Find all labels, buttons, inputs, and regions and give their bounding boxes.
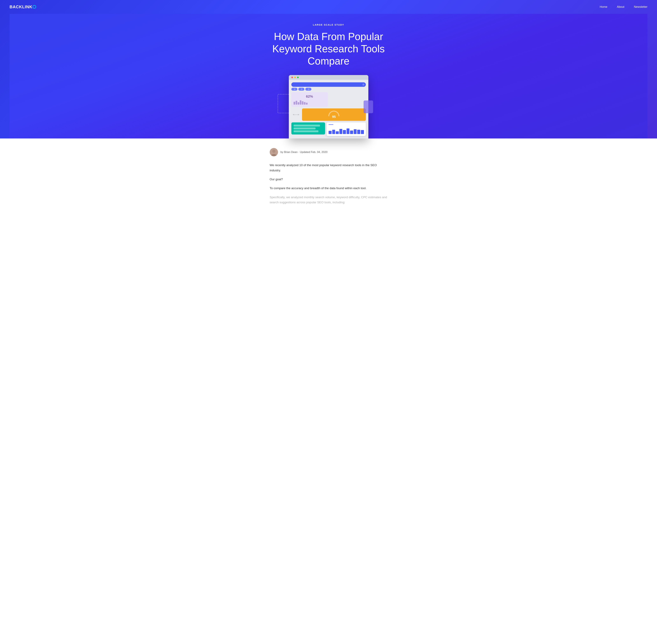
- browser-content: × × ×: [289, 80, 368, 138]
- pill-x-3: ×: [308, 88, 309, 90]
- side-purple-decoration: [364, 100, 373, 113]
- pct-label: 62%: [293, 94, 326, 98]
- pill-x-1: ×: [294, 88, 295, 90]
- bottom-cards-row: [291, 122, 366, 136]
- author-byline: by Brian Dean · Updated Feb. 04, 2020: [281, 151, 328, 154]
- body-para-1: We recently analyzed 10 of the most popu…: [270, 163, 388, 173]
- chart-line: [329, 124, 333, 125]
- hero-title: How Data From Popular Keyword Research T…: [265, 30, 392, 67]
- tag-pill-3: ×: [305, 88, 311, 91]
- content-section: by Brian Dean · Updated Feb. 04, 2020 We…: [257, 138, 400, 218]
- mini-bar-6: [304, 102, 306, 105]
- mini-bars: [293, 100, 326, 105]
- mini-bar-4: [300, 100, 301, 105]
- teal-bar-1: [293, 124, 320, 127]
- site-logo[interactable]: BACKLINK: [9, 4, 36, 9]
- card-teal: [291, 122, 325, 135]
- nav-links: Home About Newsletter: [600, 5, 648, 8]
- search-x-1: ×: [362, 84, 365, 86]
- teal-bar-2: [293, 128, 315, 130]
- main-content: by Brian Dean · Updated Feb. 04, 2020 We…: [0, 138, 657, 218]
- hero-illustration: × × ×: [289, 75, 368, 138]
- hero-tag: LARGE SCALE STUDY: [19, 23, 638, 26]
- svg-point-1: [272, 150, 276, 153]
- chart-bar-3: [336, 131, 339, 134]
- chart-bar-1: [329, 131, 332, 134]
- mini-bar-2: [295, 101, 297, 105]
- teal-bar-3: [293, 130, 319, 132]
- card-purple: 62%: [291, 92, 328, 107]
- dot-green: [297, 77, 299, 78]
- card-yellow: 95: [302, 109, 366, 121]
- nav-home-link[interactable]: Home: [600, 5, 607, 8]
- dot-red: [291, 77, 293, 78]
- chart-bar-4: [340, 129, 343, 134]
- gauge-number: 95: [328, 115, 340, 119]
- chart-bars: [329, 126, 364, 134]
- body-para-3: To compare the accuracy and breadth of t…: [270, 186, 388, 191]
- main-nav: BACKLINK Home About Newsletter: [9, 0, 648, 14]
- chart-bar-10: [361, 130, 364, 134]
- search-bar-1: ×: [291, 82, 366, 87]
- logo-o-circle: [32, 5, 36, 8]
- chart-bar-8: [354, 129, 357, 134]
- mini-bar-1: [293, 102, 295, 105]
- hero-section: LARGE SCALE STUDY How Data From Popular …: [9, 14, 648, 138]
- pill-x-2: ×: [301, 88, 303, 90]
- mini-bar-7: [306, 103, 308, 105]
- dashed-box: [278, 94, 290, 113]
- mini-bar-5: [302, 101, 303, 105]
- nav-about-link[interactable]: About: [617, 5, 625, 8]
- tags-row: × × ×: [291, 88, 366, 91]
- chart-bar-7: [350, 131, 353, 134]
- browser-window: × × ×: [289, 75, 368, 138]
- nav-newsletter-link[interactable]: Newsletter: [634, 5, 648, 8]
- tag-pill-1: ×: [291, 88, 298, 91]
- tag-pill-2: ×: [298, 88, 304, 91]
- arrow-connector: <- - - - - ->: [291, 113, 301, 116]
- chart-bar-9: [357, 130, 360, 134]
- chart-bar-2: [332, 130, 335, 134]
- mini-bar-3: [298, 102, 299, 105]
- dot-yellow: [294, 77, 296, 78]
- chart-bar-6: [347, 129, 350, 134]
- search-area: × × ×: [291, 82, 366, 91]
- avatar-svg: [270, 148, 278, 156]
- body-para-4: Specifically, we analyzed monthly search…: [270, 195, 388, 205]
- card-chart: [327, 122, 366, 136]
- chart-bar-5: [343, 130, 346, 134]
- logo-text: BACKLINK: [9, 4, 32, 9]
- author-avatar: [270, 148, 278, 156]
- body-para-2: Our goal?: [270, 177, 388, 182]
- author-row: by Brian Dean · Updated Feb. 04, 2020: [270, 148, 388, 156]
- gauge-container: 95: [328, 111, 340, 119]
- browser-bar: [289, 75, 368, 80]
